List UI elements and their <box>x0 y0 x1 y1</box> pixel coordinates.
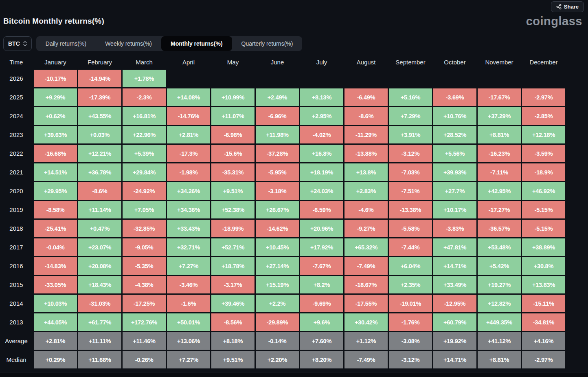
return-cell-2021-august: +13.8% <box>344 163 388 181</box>
return-cell-2025-february: -17.39% <box>78 88 121 106</box>
return-cell-average-october: +19.92% <box>433 332 476 350</box>
share-button[interactable]: Share <box>551 1 584 12</box>
row-label-2015: 2015 <box>0 276 33 293</box>
symbol-selector[interactable]: BTC <box>3 36 32 51</box>
return-cell-2019-may: +52.38% <box>211 201 255 218</box>
return-cell-2023-june: +11.98% <box>256 126 299 143</box>
return-cell-2020-september: -7.51% <box>389 182 432 200</box>
return-cell-2019-october: +10.17% <box>433 201 476 218</box>
chevron-updown-icon <box>23 41 27 46</box>
return-cell-2020-may: +9.51% <box>211 182 255 200</box>
return-cell-2023-april: +2.81% <box>167 126 210 143</box>
return-cell-2015-june: +15.19% <box>256 276 299 293</box>
return-cell-2024-september: +7.29% <box>389 107 432 125</box>
row-label-2013: 2013 <box>0 313 33 331</box>
return-cell-2016-january: -14.83% <box>34 257 77 275</box>
return-cell-2020-march: -24.92% <box>123 182 166 200</box>
return-cell-2015-september: +2.35% <box>389 276 432 293</box>
return-cell-2025-june: +2.49% <box>256 88 299 106</box>
return-cell-average-november: +41.12% <box>478 332 521 350</box>
return-cell-2021-january: +14.51% <box>34 163 77 181</box>
return-cell-2021-november: -7.11% <box>478 163 521 181</box>
return-cell-2020-august: +2.83% <box>344 182 388 200</box>
return-cell-2026-october <box>433 70 476 87</box>
return-cell-2021-march: +29.84% <box>123 163 166 181</box>
return-cell-2019-february: +11.14% <box>78 201 121 218</box>
return-cell-2013-may: -8.56% <box>211 313 255 331</box>
column-header-august: August <box>344 59 388 66</box>
return-cell-2024-october: +10.76% <box>433 107 476 125</box>
return-cell-2016-july: -7.67% <box>300 257 343 275</box>
row-label-2025: 2025 <box>0 88 33 106</box>
return-cell-2026-september <box>389 70 432 87</box>
return-cell-2026-march: +1.78% <box>123 70 166 87</box>
return-cell-2022-january: -16.68% <box>34 145 77 162</box>
return-cell-2025-august: -6.49% <box>344 88 388 106</box>
return-cell-2025-december: -2.97% <box>522 88 565 106</box>
return-cell-2024-july: +2.95% <box>300 107 343 125</box>
return-cell-2022-june: -37.28% <box>256 145 299 162</box>
share-button-label: Share <box>564 4 579 10</box>
return-cell-2016-october: +14.71% <box>433 257 476 275</box>
return-cell-2013-april: +50.01% <box>167 313 210 331</box>
table-row-2023: 2023+39.63%+0.03%+22.96%+2.81%-6.98%+11.… <box>0 126 588 143</box>
return-cell-2020-february: -8.6% <box>78 182 121 200</box>
page-title: Bitcoin Monthly returns(%) <box>3 17 104 26</box>
row-label-2021: 2021 <box>0 163 33 181</box>
return-cell-2017-november: +53.48% <box>478 238 521 256</box>
return-cell-2025-march: -2.3% <box>123 88 166 106</box>
return-cell-2023-may: -6.98% <box>211 126 255 143</box>
return-cell-median-may: +9.51% <box>211 351 255 368</box>
table-row-average: Average+2.81%+11.11%+11.46%+13.06%+8.18%… <box>0 332 588 350</box>
table-row-2017: 2017-0.04%+23.07%-9.05%+32.71%+52.71%+10… <box>0 238 588 256</box>
return-cell-2022-october: +5.56% <box>433 145 476 162</box>
horizontal-scrollbar-track[interactable] <box>0 373 588 377</box>
returns-table: TimeJanuaryFebruaryMarchAprilMayJuneJuly… <box>0 54 588 368</box>
return-cell-2014-may: +39.46% <box>211 295 255 312</box>
return-cell-2020-april: +34.26% <box>167 182 210 200</box>
return-cell-2018-july: +20.96% <box>300 220 343 237</box>
return-cell-average-june: -0.14% <box>256 332 299 350</box>
return-cell-average-february: +11.11% <box>78 332 121 350</box>
tab-weekly-returns[interactable]: Weekly returns(%) <box>96 36 161 51</box>
row-label-2023: 2023 <box>0 126 33 143</box>
return-cell-average-january: +2.81% <box>34 332 77 350</box>
column-header-time: Time <box>0 59 33 66</box>
return-cell-2017-may: +52.71% <box>211 238 255 256</box>
column-header-may: May <box>211 59 255 66</box>
return-cell-2021-april: -1.98% <box>167 163 210 181</box>
return-cell-median-september: -3.12% <box>389 351 432 368</box>
return-cell-2025-october: -3.69% <box>433 88 476 106</box>
return-cell-2024-november: +37.29% <box>478 107 521 125</box>
return-cell-2016-march: -5.35% <box>123 257 166 275</box>
table-row-2015: 2015-33.05%+18.43%-4.38%-3.46%-3.17%+15.… <box>0 276 588 293</box>
return-cell-2015-january: -33.05% <box>34 276 77 293</box>
return-cell-2017-january: -0.04% <box>34 238 77 256</box>
return-cell-2022-february: +12.21% <box>78 145 121 162</box>
return-cell-2026-january: -10.17% <box>34 70 77 87</box>
return-cell-2025-january: +9.29% <box>34 88 77 106</box>
row-label-2026: 2026 <box>0 70 33 87</box>
return-cell-median-april: +7.27% <box>167 351 210 368</box>
return-cell-2016-november: +5.42% <box>478 257 521 275</box>
return-cell-2026-february: -14.94% <box>78 70 121 87</box>
tab-quarterly-returns[interactable]: Quarterly returns(%) <box>232 36 303 51</box>
table-row-2026: 2026-10.17%-14.94%+1.78% <box>0 70 588 87</box>
return-cell-2021-december: -18.9% <box>522 163 565 181</box>
tab-monthly-returns[interactable]: Monthly returns(%) <box>161 36 232 51</box>
column-header-november: November <box>478 59 521 66</box>
return-cell-2023-july: -4.02% <box>300 126 343 143</box>
tab-daily-returns[interactable]: Daily returns(%) <box>36 36 96 51</box>
return-cell-2013-march: +172.76% <box>123 313 166 331</box>
return-cell-2023-march: +22.96% <box>123 126 166 143</box>
return-cell-2026-august <box>344 70 388 87</box>
return-cell-2020-november: +42.95% <box>478 182 521 200</box>
return-cell-2014-july: -9.69% <box>300 295 343 312</box>
return-cell-2025-september: +5.16% <box>389 88 432 106</box>
return-cell-median-december: -2.97% <box>522 351 565 368</box>
return-cell-2022-december: -3.59% <box>522 145 565 162</box>
return-cell-median-july: +8.20% <box>300 351 343 368</box>
row-label-2024: 2024 <box>0 107 33 125</box>
return-cell-average-may: +8.18% <box>211 332 255 350</box>
return-cell-2014-november: +12.82% <box>478 295 521 312</box>
